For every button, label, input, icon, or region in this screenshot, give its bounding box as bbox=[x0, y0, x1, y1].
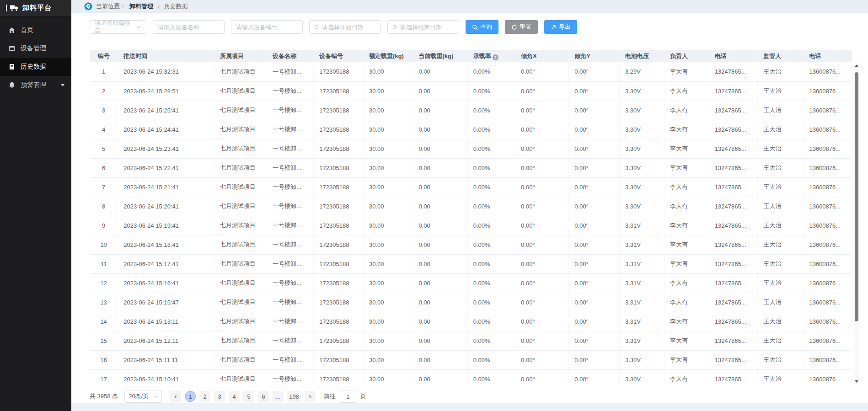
search-button[interactable]: 查询 bbox=[466, 20, 498, 34]
table-cell: 0.00% bbox=[467, 235, 515, 254]
goto-prefix: 前往 bbox=[324, 392, 336, 400]
page-size-select[interactable]: 20条/页 bbox=[124, 390, 162, 403]
table-cell: 王大治 bbox=[758, 312, 804, 331]
sidebar-item-alerts[interactable]: 预警管理 bbox=[0, 76, 71, 94]
table-cell: 3.31V bbox=[619, 235, 664, 254]
table-cell: 0.00 bbox=[413, 235, 467, 254]
table-cell: 4 bbox=[90, 120, 118, 139]
table-cell: 王大治 bbox=[758, 62, 804, 81]
scroll-down-button[interactable] bbox=[854, 378, 859, 384]
end-date-input[interactable] bbox=[400, 24, 454, 31]
table-cell: 一号楼卸... bbox=[267, 369, 314, 384]
table-cell: 14 bbox=[90, 312, 118, 331]
table-cell: 13600876... bbox=[804, 81, 852, 101]
search-icon bbox=[472, 24, 478, 30]
table-cell: 0.00° bbox=[515, 216, 569, 235]
table-cell: 李大有 bbox=[664, 254, 709, 273]
table-cell: 13600876... bbox=[804, 235, 852, 254]
prev-page-button[interactable]: ‹ bbox=[170, 391, 181, 402]
table-cell: 0.00 bbox=[413, 101, 467, 120]
table-cell: 2023-06-24 15:12:11 bbox=[118, 331, 214, 350]
pager-page-198[interactable]: 198 bbox=[287, 391, 301, 402]
table-cell: 0.00° bbox=[515, 101, 569, 120]
table-cell: 30.00 bbox=[363, 101, 413, 120]
table-cell: 0.00% bbox=[467, 120, 515, 139]
export-button-label: 导出 bbox=[559, 23, 571, 31]
table-cell: 3.30V bbox=[619, 158, 664, 177]
table-cell: 13600876... bbox=[804, 273, 852, 293]
table-cell: 0.00 bbox=[413, 312, 467, 331]
pager-more-button[interactable]: ... bbox=[273, 391, 284, 402]
table-cell: 0.00° bbox=[569, 177, 620, 197]
export-button[interactable]: 导出 bbox=[544, 20, 577, 34]
table-cell: 王大治 bbox=[758, 369, 804, 384]
table-cell: 七月测试项目 bbox=[214, 369, 267, 384]
breadcrumb-section[interactable]: 卸料管理 bbox=[129, 2, 153, 11]
table-cell: 一号楼卸... bbox=[267, 273, 314, 293]
vertical-scrollbar[interactable] bbox=[854, 62, 859, 384]
pager-page-2[interactable]: 2 bbox=[199, 391, 210, 402]
table-cell: 13600876... bbox=[804, 254, 852, 273]
end-date-picker[interactable] bbox=[387, 20, 459, 34]
start-date-input[interactable] bbox=[322, 24, 376, 31]
table-cell: 172305188 bbox=[314, 139, 364, 158]
table-cell: 30.00 bbox=[363, 369, 413, 384]
truck-icon bbox=[10, 5, 19, 11]
location-pin-icon bbox=[84, 2, 92, 11]
next-page-button[interactable]: › bbox=[305, 391, 316, 402]
goto-page-input[interactable] bbox=[339, 390, 357, 403]
project-select[interactable]: 请选择所属项目 bbox=[90, 20, 146, 34]
table-cell: 0.00° bbox=[569, 254, 620, 273]
table-cell: 一号楼卸... bbox=[267, 254, 314, 273]
reset-button[interactable]: 重置 bbox=[505, 20, 538, 34]
pager-page-3[interactable]: 3 bbox=[214, 391, 225, 402]
table-cell: 王大治 bbox=[758, 81, 804, 101]
sidebar-item-home[interactable]: 首页 bbox=[0, 21, 71, 39]
table-row: 12023-06-24 15:32:31七月测试项目一号楼卸...1723051… bbox=[90, 62, 852, 81]
pager-page-4[interactable]: 4 bbox=[229, 391, 240, 402]
sidebar-item-history[interactable]: 历史数据 bbox=[0, 58, 71, 76]
table-cell: 7 bbox=[90, 177, 118, 197]
pagination-bar: 共 3958 条 20条/页 ‹ 123456...198 › 前往 页 bbox=[90, 390, 859, 403]
table-cell: 13600876... bbox=[804, 331, 852, 350]
scrollbar-thumb[interactable] bbox=[855, 72, 858, 321]
table-cell: 13600876... bbox=[804, 120, 852, 139]
table-cell: 王大治 bbox=[758, 101, 804, 120]
device-name-input[interactable] bbox=[153, 20, 225, 34]
sidebar-item-devices[interactable]: 设备管理 bbox=[0, 39, 71, 58]
table-cell: 0.00° bbox=[569, 312, 620, 331]
table-cell: 0.00° bbox=[515, 350, 569, 369]
table-cell: 一号楼卸... bbox=[267, 331, 314, 350]
table-cell: 5 bbox=[90, 139, 118, 158]
refresh-icon bbox=[511, 24, 517, 30]
scroll-up-button[interactable] bbox=[854, 62, 859, 69]
table-cell: 七月测试项目 bbox=[214, 81, 267, 101]
col-header-device-name: 设备名称 bbox=[267, 50, 314, 62]
help-icon[interactable]: ? bbox=[493, 54, 498, 60]
device-code-input[interactable] bbox=[231, 20, 303, 34]
table-cell: 172305188 bbox=[314, 235, 364, 254]
table-cell: 3.31V bbox=[619, 312, 664, 331]
table-cell: 2023-06-24 15:28:51 bbox=[118, 81, 214, 101]
table-cell: 13600876... bbox=[804, 197, 852, 216]
col-header-device-code: 设备编号 bbox=[314, 50, 364, 62]
table-cell: 2023-06-24 15:22:41 bbox=[118, 158, 214, 177]
table-cell: 0.00 bbox=[413, 177, 467, 197]
table-cell: 王大治 bbox=[758, 216, 804, 235]
pager-page-6[interactable]: 6 bbox=[258, 391, 269, 402]
table-cell: 13600876... bbox=[804, 293, 852, 312]
pager-page-1[interactable]: 1 bbox=[185, 391, 196, 402]
pager-page-5[interactable]: 5 bbox=[243, 391, 254, 402]
table-cell: 2023-06-24 15:25:41 bbox=[118, 101, 214, 120]
table-cell: 0.00° bbox=[515, 331, 569, 350]
start-date-picker[interactable] bbox=[309, 20, 381, 34]
table-cell: 0.00% bbox=[467, 273, 515, 293]
table-cell: 3.30V bbox=[619, 81, 664, 101]
table-cell: 3.30V bbox=[619, 197, 664, 216]
table-cell: 8 bbox=[90, 197, 118, 216]
table-row: 82023-06-24 15:20:41七月测试项目一号楼卸...1723051… bbox=[90, 197, 852, 216]
sidebar-item-label: 设备管理 bbox=[21, 44, 46, 53]
table-row: 132023-06-24 15:15:47七月测试项目一号楼卸...172305… bbox=[90, 293, 852, 312]
table-cell: 七月测试项目 bbox=[214, 139, 267, 158]
search-button-label: 查询 bbox=[480, 23, 492, 31]
